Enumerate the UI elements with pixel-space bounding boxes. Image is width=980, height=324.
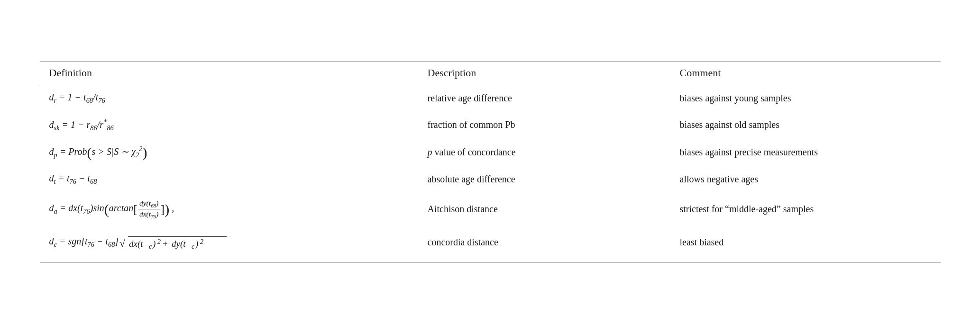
- svg-text:dy(t: dy(t: [172, 239, 186, 249]
- col-header-definition: Definition: [40, 62, 418, 85]
- svg-text:): ): [195, 239, 198, 249]
- col-header-description: Description: [418, 62, 670, 85]
- description-cell: Aitchison distance: [418, 192, 670, 226]
- table-row: da = dx(t76)sin(arctan[dy(t68)dx(t76)]) …: [40, 192, 941, 226]
- table-row: dc = sgn[t76 − t68] √ dx(t c ) 2 + dy(t …: [40, 226, 941, 258]
- description-cell: p value of concordance: [418, 138, 670, 166]
- svg-text:): ): [152, 239, 156, 249]
- description-cell: relative age difference: [418, 85, 670, 111]
- footer-line: [40, 258, 941, 262]
- definition-cell: dp = Prob(s > S|S ∼ χ22): [40, 138, 418, 166]
- definition-cell: dr = 1 − t68/t76: [40, 85, 418, 111]
- comment-cell: biases against precise measurements: [670, 138, 941, 166]
- svg-text:c: c: [192, 243, 195, 250]
- col-header-comment: Comment: [670, 62, 941, 85]
- comment-cell: strictest for “middle-aged” samples: [670, 192, 941, 226]
- table-row: dt = t76 − t68 absolute age difference a…: [40, 166, 941, 192]
- definition-cell: dsk = 1 − r86/r*86: [40, 111, 418, 139]
- description-cell: fraction of common Pb: [418, 111, 670, 139]
- svg-text:2: 2: [200, 238, 203, 245]
- svg-text:√: √: [119, 237, 126, 249]
- table-row: dr = 1 − t68/t76 relative age difference…: [40, 85, 941, 111]
- comment-cell: biases against old samples: [670, 111, 941, 139]
- comment-cell: biases against young samples: [670, 85, 941, 111]
- comment-cell: least biased: [670, 226, 941, 258]
- definition-cell: dt = t76 − t68: [40, 166, 418, 192]
- table-row: dsk = 1 − r86/r*86 fraction of common Pb…: [40, 111, 941, 139]
- svg-text:dx(t: dx(t: [129, 239, 143, 249]
- table-footer-row: [40, 258, 941, 262]
- svg-text:2: 2: [157, 238, 161, 245]
- definition-cell: da = dx(t76)sin(arctan[dy(t68)dx(t76)]) …: [40, 192, 418, 226]
- comment-cell: allows negative ages: [670, 166, 941, 192]
- description-cell: concordia distance: [418, 226, 670, 258]
- svg-text:c: c: [149, 243, 152, 250]
- svg-text:+: +: [162, 239, 168, 249]
- definition-cell: dc = sgn[t76 − t68] √ dx(t c ) 2 + dy(t …: [40, 226, 418, 258]
- data-table: Definition Description Comment dr = 1 − …: [40, 62, 941, 263]
- main-container: Definition Description Comment dr = 1 − …: [21, 52, 960, 272]
- description-cell: absolute age difference: [418, 166, 670, 192]
- table-row: dp = Prob(s > S|S ∼ χ22) p value of conc…: [40, 138, 941, 166]
